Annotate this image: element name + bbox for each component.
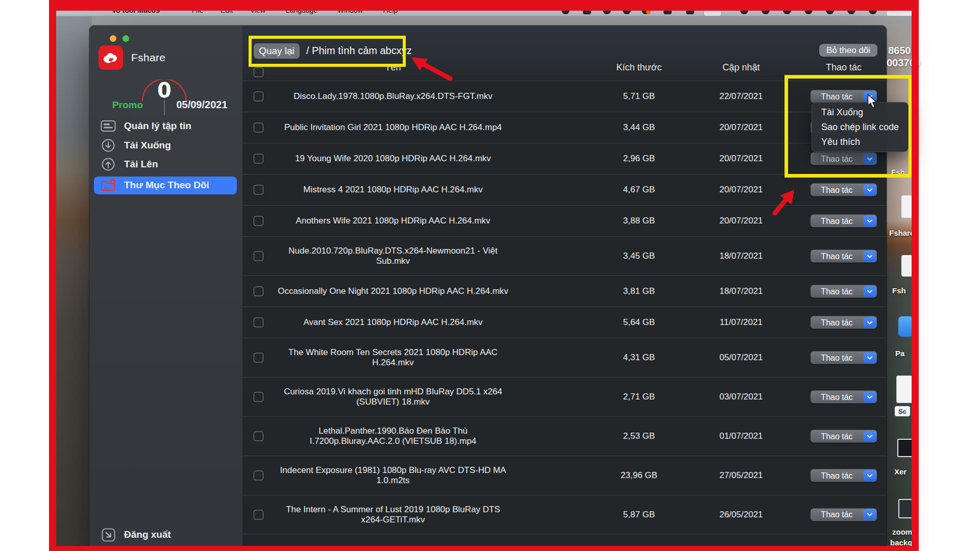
desktop-item-label[interactable]: Pa xyxy=(895,349,904,358)
logout-icon xyxy=(101,527,116,542)
sidebar: Fshare 0 Promo 05/09/2021 Quản lý tập ti… xyxy=(89,26,242,551)
plan-expiry-date: 05/09/2021 xyxy=(170,99,234,111)
file-name: Avant Sex 2021 1080p HDRip AAC H.264.mkv xyxy=(265,307,521,338)
file-size: 2,96 GB xyxy=(598,143,680,174)
download-icon xyxy=(101,138,116,153)
file-updated: 27/05/2021 xyxy=(700,456,782,495)
chevron-down-icon[interactable] xyxy=(864,251,876,262)
chevron-down-icon[interactable] xyxy=(864,470,876,481)
row-checkbox[interactable] xyxy=(254,353,263,363)
table-row: Lethal.Panther.1990.Báo Đen Báo Thù I.72… xyxy=(242,417,887,456)
file-updated: 20/07/2021 xyxy=(700,112,782,143)
desktop-item-label[interactable]: Fsh xyxy=(892,286,906,295)
logout-button[interactable]: Đăng xuất xyxy=(89,525,242,544)
chevron-down-icon[interactable] xyxy=(864,317,876,328)
chevron-down-icon[interactable] xyxy=(864,391,876,403)
table-row: The Intern - A Summer of Lust 2019 1080p… xyxy=(242,495,887,534)
action-dropdown[interactable]: Thao tác xyxy=(811,352,877,364)
file-size: 4,67 GB xyxy=(598,174,680,205)
file-updated: 01/07/2021 xyxy=(700,417,782,456)
file-size: 3,81 GB xyxy=(598,276,680,307)
row-checkbox[interactable] xyxy=(254,252,263,261)
file-name: The Intern - A Summer of Lust 2019 1080p… xyxy=(265,495,521,534)
upload-icon xyxy=(101,157,116,172)
file-size: 2,53 GB xyxy=(598,417,680,456)
table-row: Occasionally One Night 2021 1080p HDRip … xyxy=(242,276,887,307)
chevron-down-icon[interactable] xyxy=(864,184,876,195)
table-row: Nude.2010.720p.BluRay.DTS.x264-Newmoon21… xyxy=(242,237,887,276)
file-size: 4,31 GB xyxy=(598,338,680,377)
action-dropdown[interactable]: Thao tác xyxy=(811,391,877,404)
divider xyxy=(164,100,165,115)
desktop-document-icon[interactable] xyxy=(896,375,914,403)
file-name: Public Invitation Girl 2021 1080p HDRip … xyxy=(265,112,521,143)
row-checkbox[interactable] xyxy=(254,432,263,441)
action-dropdown[interactable]: Thao tác xyxy=(811,285,877,298)
action-dropdown[interactable]: Thao tác xyxy=(811,430,877,443)
file-name: Occasionally One Night 2021 1080p HDRip … xyxy=(265,276,521,307)
file-name: 19 Young Wife 2020 1080p HDRip AAC H.264… xyxy=(265,143,521,174)
chevron-down-icon[interactable] xyxy=(864,215,876,227)
logout-label: Đăng xuất xyxy=(124,529,171,540)
file-updated: 05/07/2021 xyxy=(700,338,782,377)
chevron-down-icon[interactable] xyxy=(864,286,876,297)
file-size: 3,88 GB xyxy=(598,206,680,236)
file-name: Nude.2010.720p.BluRay.DTS.x264-Newmoon21… xyxy=(265,237,521,276)
row-checkbox[interactable] xyxy=(254,92,263,102)
file-name: Anothers Wife 2021 1080p HDRip AAC H.264… xyxy=(265,206,521,236)
zoom-button[interactable] xyxy=(122,35,129,42)
file-updated: 11/07/2021 xyxy=(700,307,782,338)
unfollow-button[interactable]: Bỏ theo dõi xyxy=(819,44,877,57)
action-dropdown[interactable]: Thao tác xyxy=(811,316,877,329)
chevron-down-icon[interactable] xyxy=(864,509,876,520)
file-updated: 22/07/2021 xyxy=(700,81,782,112)
row-checkbox[interactable] xyxy=(254,392,263,402)
row-checkbox[interactable] xyxy=(254,154,263,164)
row-checkbox[interactable] xyxy=(254,123,263,133)
action-dropdown[interactable]: Thao tác xyxy=(811,184,877,196)
header-updated[interactable]: Cập nhật xyxy=(700,58,782,77)
sidebar-item-downloads[interactable]: Tải Xuống xyxy=(89,136,242,155)
action-dropdown[interactable]: Thao tác xyxy=(811,469,877,482)
sidebar-item-uploads[interactable]: Tải Lên xyxy=(89,155,242,174)
file-updated: 26/05/2021 xyxy=(700,495,782,534)
row-checkbox[interactable] xyxy=(254,287,263,296)
sidebar-item-label: Quản lý tập tin xyxy=(124,120,191,132)
file-updated: 18/07/2021 xyxy=(700,276,782,307)
table-row: Avant Sex 2021 1080p HDRip AAC H.264.mkv… xyxy=(242,307,887,338)
row-checkbox[interactable] xyxy=(254,318,263,328)
table-row: Curiosa 2019.Vi khach goi tinh mHD BluRa… xyxy=(242,378,887,417)
table-row: Indecent Exposure (1981) 1080p Blu-ray A… xyxy=(242,456,887,495)
row-checkbox[interactable] xyxy=(254,471,263,481)
annotation-box-actions xyxy=(785,75,912,178)
desktop-item-label[interactable]: Xer xyxy=(894,467,906,476)
header-actions: Thao tác xyxy=(803,58,885,77)
row-checkbox[interactable] xyxy=(254,510,263,519)
sidebar-item-watched-folders[interactable]: Thư Mục Theo Dõi xyxy=(89,176,242,195)
plan-badge: Promo xyxy=(102,99,153,111)
chevron-down-icon[interactable] xyxy=(864,352,876,363)
sidebar-item-label: Thư Mục Theo Dõi xyxy=(124,180,209,191)
table-row: The White Room Ten Secrets 2021 1080p HD… xyxy=(242,338,887,378)
file-updated: 18/07/2021 xyxy=(700,237,782,276)
desktop-item-label[interactable]: zoom xyxy=(892,528,912,536)
action-dropdown[interactable]: Thao tác xyxy=(811,508,877,521)
file-updated: 03/07/2021 xyxy=(700,378,782,416)
minimize-button[interactable] xyxy=(110,35,116,42)
brand-name: Fshare xyxy=(131,52,165,64)
annotation-box-breadcrumb xyxy=(249,36,406,67)
row-checkbox[interactable] xyxy=(254,216,263,226)
action-dropdown[interactable]: Thao tác xyxy=(811,250,877,263)
desktop-item-label[interactable]: Fshare xyxy=(889,229,914,237)
desktop-item-badge[interactable]: Sc xyxy=(895,406,910,416)
file-name: Mistress 4 2021 1080p HDRip AAC H.264.mk… xyxy=(265,174,521,205)
header-size[interactable]: Kích thước xyxy=(598,58,680,77)
file-size: 3,44 GB xyxy=(598,112,680,143)
action-dropdown[interactable]: Thao tác xyxy=(811,215,877,228)
row-checkbox[interactable] xyxy=(254,185,263,195)
chevron-down-icon[interactable] xyxy=(864,431,876,442)
sidebar-item-label: Tải Xuống xyxy=(124,140,171,151)
sidebar-item-file-manager[interactable]: Quản lý tập tin xyxy=(89,116,242,136)
select-all-checkbox[interactable] xyxy=(254,67,263,77)
file-name: Indecent Exposure (1981) 1080p Blu-ray A… xyxy=(265,456,521,495)
